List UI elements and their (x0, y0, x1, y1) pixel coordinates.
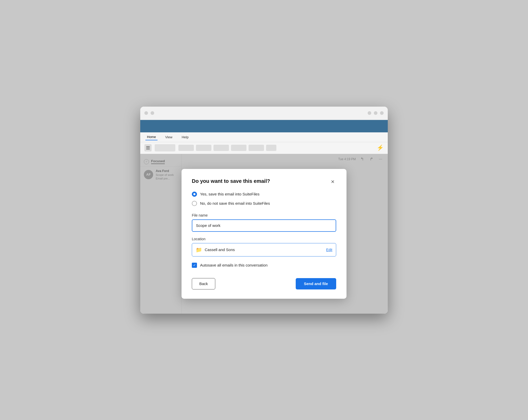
menu-home[interactable]: Home (145, 134, 158, 140)
autosave-checkbox[interactable]: ✓ (192, 263, 197, 268)
edit-location-link[interactable]: Edit (326, 248, 332, 252)
app-window: Home View Help ⚡ ✓ Fo (140, 107, 388, 314)
location-value: Cassell and Sons (205, 247, 324, 252)
checkmark-icon: ✓ (193, 263, 196, 267)
file-name-input[interactable] (192, 219, 336, 232)
lightning-icon: ⚡ (377, 144, 384, 151)
search-bar[interactable] (155, 144, 175, 151)
hamburger-icon[interactable] (144, 144, 152, 151)
content-area: ✓ Focused AF Ava Ford Scope of work Emai… (140, 154, 388, 314)
radio-yes-input[interactable] (192, 192, 197, 197)
menu-view[interactable]: View (164, 134, 174, 140)
title-bar (140, 107, 388, 120)
send-and-file-button[interactable]: Send and file (296, 278, 336, 289)
autosave-row: ✓ Autosave all emails in this conversati… (192, 263, 336, 268)
file-name-label: File name (192, 213, 336, 217)
back-button[interactable]: Back (192, 278, 215, 289)
app-ribbon (140, 120, 388, 132)
svg-rect-1 (146, 148, 150, 148)
traffic-light-3 (380, 111, 384, 115)
location-label: Location (192, 237, 336, 241)
file-name-field-group: File name (192, 213, 336, 232)
traffic-light-1 (368, 111, 371, 115)
location-field: 📁 Cassell and Sons Edit (192, 243, 336, 256)
radio-yes-option[interactable]: Yes, save this email into SuiteFiles (192, 192, 336, 197)
close-button[interactable]: ✕ (329, 178, 336, 185)
modal-footer: Back Send and file (192, 278, 336, 289)
location-field-group: Location 📁 Cassell and Sons Edit (192, 237, 336, 256)
toolbar: ⚡ (140, 142, 388, 154)
modal-header: Do you want to save this email? ✕ (192, 178, 336, 185)
svg-rect-2 (146, 149, 150, 149)
traffic-light-minimize[interactable] (151, 111, 154, 115)
radio-no-option[interactable]: No, do not save this email into SuiteFil… (192, 201, 336, 206)
svg-rect-0 (146, 146, 150, 147)
modal-title: Do you want to save this email? (192, 178, 270, 184)
menu-help[interactable]: Help (180, 134, 190, 140)
save-email-modal: Do you want to save this email? ✕ Yes, s… (182, 169, 346, 299)
radio-no-label: No, do not save this email into SuiteFil… (200, 201, 270, 205)
traffic-light-close[interactable] (144, 111, 148, 115)
radio-group: Yes, save this email into SuiteFiles No,… (192, 192, 336, 206)
folder-icon: 📁 (196, 247, 202, 253)
autosave-label: Autosave all emails in this conversation (200, 263, 268, 267)
radio-no-input[interactable] (192, 201, 197, 206)
radio-yes-label: Yes, save this email into SuiteFiles (200, 192, 259, 196)
traffic-light-2 (374, 111, 377, 115)
menu-bar: Home View Help (140, 132, 388, 142)
